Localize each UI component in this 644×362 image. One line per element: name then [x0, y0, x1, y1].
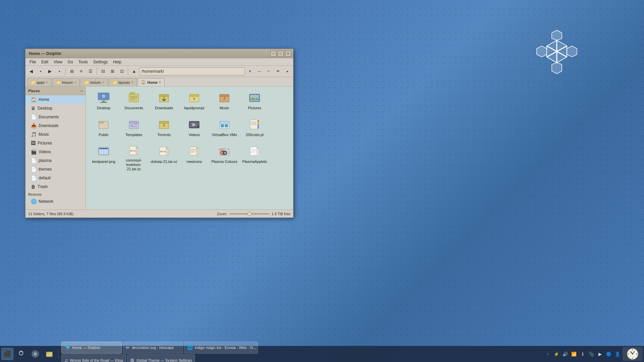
taskbar-kde-icon[interactable] — [15, 348, 28, 360]
tray-bluetooth[interactable]: ⚡ — [553, 350, 560, 358]
file-item-downloads[interactable]: Downloads — [149, 89, 179, 116]
file-item-desktop[interactable]: D Desktop — [89, 89, 119, 116]
tab-layouts[interactable]: 📁 layouts × — [109, 78, 137, 86]
file-item-torrents[interactable]: ⇓ Torrents — [149, 116, 179, 143]
menu-help[interactable]: Help — [110, 59, 124, 65]
taskbar-task-settings[interactable]: ⚙ Global Theme — System Settings — [127, 354, 195, 362]
sidebar-item-pictures[interactable]: 🖼 Pictures — [25, 139, 86, 147]
file-item-dotsep[interactable]: tar.xz dotsep-21.tar.xz — [149, 143, 179, 170]
tab-home[interactable]: 🏠 Home × — [138, 78, 164, 86]
sidebar-item-desktop[interactable]: 🖥 Desktop — [25, 104, 86, 113]
downloads-icon: 📥 — [31, 123, 37, 128]
file-item-liquidprompt[interactable]: lp liquidprompt — [179, 89, 209, 116]
taskbar-task-elisa[interactable]: ♫ Wrong Side of the Road — Elisa — [61, 354, 126, 362]
preview-button[interactable]: 👁 — [274, 67, 282, 76]
tray-paperclip[interactable]: 📎 — [588, 350, 595, 358]
tray-network[interactable]: 📶 — [570, 350, 578, 358]
file-item-plasma-colours[interactable]: Plasma Colours — [209, 143, 239, 170]
sidebar-item-default[interactable]: 📄 default — [25, 174, 86, 182]
zoom-slider[interactable] — [229, 213, 270, 215]
file-label-plasma-colours: Plasma Colours — [211, 160, 237, 164]
sidebar-item-documents[interactable]: 📄 Documents — [25, 113, 86, 121]
sidebar-item-plasma[interactable]: 📄 plasma — [25, 156, 86, 165]
file-item-bestpanel[interactable]: bestpanel.png — [89, 143, 119, 170]
menu-edit[interactable]: Edit — [39, 59, 51, 65]
close-button[interactable]: ✕ — [285, 51, 291, 57]
file-item-newicons[interactable]: newicons — [179, 143, 209, 170]
file-item-templates[interactable]: Templates — [119, 116, 149, 143]
file-item-256color[interactable]: 256color.pl — [239, 116, 270, 143]
file-item-public[interactable]: Public — [89, 116, 119, 143]
menu-file[interactable]: File — [27, 59, 39, 65]
up-button[interactable]: ▲ — [130, 67, 139, 76]
tray-volume[interactable]: 🔊 — [561, 350, 569, 358]
tray-info[interactable]: ℹ — [579, 350, 586, 358]
taskbar-task-browser[interactable]: 🌐 indigo magic irix - Ecosia - Web - Vi.… — [184, 342, 258, 354]
menu-view[interactable]: View — [51, 59, 65, 65]
file-item-music[interactable]: ♪ Music — [209, 89, 239, 116]
svg-rect-84 — [46, 352, 49, 353]
sidebar-item-home[interactable]: 🏠 Home — [25, 95, 86, 104]
more-button[interactable]: ▸ — [283, 67, 292, 76]
sidebar-item-music[interactable]: 🎵 Music — [25, 130, 86, 139]
taskbar-task-dolphin[interactable]: 🐬 Home — Dolphin — [61, 342, 122, 354]
view-details-button[interactable]: ☰ — [86, 67, 95, 76]
forward-button[interactable]: ▶ — [46, 67, 54, 76]
confirm-address[interactable]: ✓ — [264, 67, 273, 76]
desktop-icon: 🖥 — [31, 106, 36, 111]
tray-play[interactable]: ▶ — [596, 350, 604, 358]
file-item-pictures[interactable]: Pictures — [239, 89, 270, 116]
sidebar-item-downloads[interactable]: 📥 Downloads — [25, 121, 86, 130]
menu-settings[interactable]: Settings — [91, 59, 110, 65]
title-bar: Home — Dolphin — □ ✕ — [25, 49, 293, 58]
taskbar-app-launcher[interactable]: ⊞ — [29, 348, 42, 360]
tab-home-close[interactable]: × — [159, 80, 161, 84]
file-item-documents[interactable]: Documents — [119, 89, 149, 116]
sidebar-label-videos: Videos — [39, 149, 51, 154]
tab-apps-close[interactable]: × — [46, 80, 48, 84]
back-button[interactable]: ◀ — [27, 67, 36, 76]
file-item-plasmaapplets[interactable]: PlasmaApplets — [239, 143, 270, 170]
tray-bluetooth2[interactable]: 🔵 — [605, 350, 612, 358]
file-item-videos[interactable]: Videos — [179, 116, 209, 143]
tab-irixium2-close[interactable]: × — [102, 80, 104, 84]
split-view-button[interactable]: ⊟ — [99, 67, 107, 76]
clear-address[interactable]: ✕ — [246, 67, 254, 76]
back-dropdown[interactable]: ▾ — [36, 67, 45, 76]
tray-up-arrow[interactable]: ↑ — [544, 350, 551, 358]
places-collapse[interactable]: − — [81, 89, 83, 93]
sidebar-item-trash[interactable]: 🗑 Trash — [25, 182, 86, 191]
sidebar-item-videos[interactable]: 🎬 Videos — [25, 147, 86, 156]
file-area[interactable]: D Desktop Documents Downloads — [86, 86, 293, 209]
svg-text:tar.xz: tar.xz — [130, 149, 136, 152]
sidebar-item-themes[interactable]: 📄 themes — [25, 165, 86, 174]
address-dash[interactable]: — — [255, 67, 264, 76]
taskbar-task-inkscape[interactable]: ✏ decoration.svg - Inkscape — [123, 342, 183, 354]
address-bar[interactable]: /home/mark/ — [139, 67, 245, 75]
maximize-button[interactable]: □ — [278, 51, 284, 57]
menu-tools[interactable]: Tools — [76, 59, 91, 65]
minimize-button[interactable]: — — [270, 51, 276, 57]
taskbar-files-icon[interactable] — [43, 348, 56, 360]
forward-dropdown[interactable]: ▾ — [55, 67, 64, 76]
menu-go[interactable]: Go — [65, 59, 76, 65]
tab-irixium2[interactable]: 📁 irixium × — [80, 78, 108, 86]
tab-irixium1[interactable]: 📁 Irixium × — [52, 78, 80, 86]
show-desktop-button[interactable]: ⬛ — [1, 348, 13, 360]
tab-layouts-close[interactable]: × — [131, 80, 133, 84]
tab-apps[interactable]: 📁 apps × — [27, 78, 52, 86]
file-item-commsol[interactable]: tar.xz commsol-kvantum-21.tar.xz — [119, 143, 149, 170]
file-item-virtualbox[interactable]: VirtualBox VMs — [209, 116, 239, 143]
svg-rect-47 — [225, 124, 228, 127]
svg-rect-60 — [99, 148, 108, 149]
sidebar-item-network[interactable]: 🌐 Network — [25, 197, 86, 206]
view-icons-button[interactable]: ⊞ — [67, 67, 76, 76]
view-compact-button[interactable]: ≡ — [77, 67, 86, 76]
svg-rect-46 — [221, 124, 224, 127]
tray-user[interactable]: 👤 — [614, 350, 621, 358]
tab-irixium1-close[interactable]: × — [74, 80, 76, 84]
terminal-button[interactable]: ⊡ — [117, 67, 126, 76]
clock-widget[interactable] — [623, 347, 643, 361]
split-horizontal-button[interactable]: ⊞ — [108, 67, 117, 76]
svg-rect-11 — [100, 102, 107, 103]
